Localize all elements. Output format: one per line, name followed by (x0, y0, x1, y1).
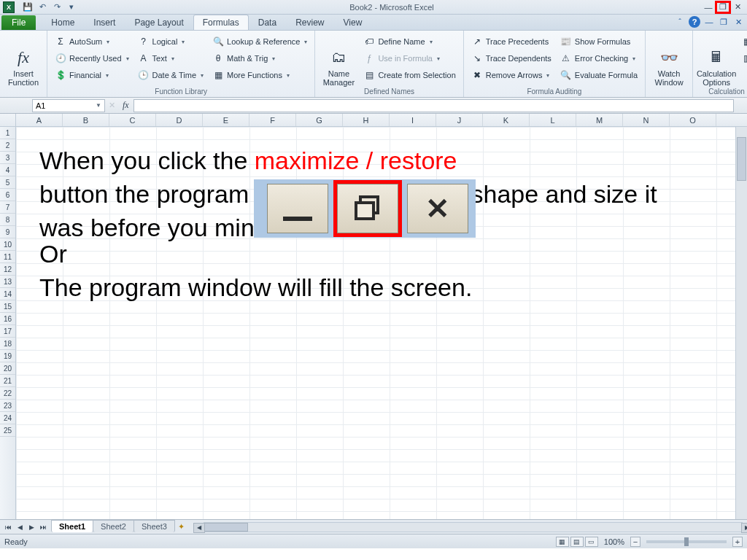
trace-dependents-button[interactable]: ↘Trace Dependents (468, 50, 554, 66)
select-all-corner[interactable] (0, 114, 16, 126)
row-header[interactable]: 1 (0, 127, 15, 139)
col-header[interactable]: F (249, 114, 296, 126)
math-trig-button[interactable]: θMath & Trig (209, 50, 310, 66)
row-header[interactable]: 12 (0, 263, 15, 276)
financial-button[interactable]: 💲Financial (52, 67, 132, 83)
zoom-slider[interactable] (646, 540, 727, 543)
show-formulas-button[interactable]: 📰Show Formulas (557, 34, 640, 50)
row-header[interactable]: 8 (0, 214, 15, 226)
undo-button[interactable]: ↶ (36, 1, 48, 13)
sheet-nav-prev-icon[interactable]: ◀ (15, 524, 25, 531)
autosum-button[interactable]: ΣAutoSum (52, 34, 132, 50)
row-header[interactable]: 3 (0, 152, 15, 164)
row-header[interactable]: 16 (0, 313, 15, 325)
name-box-dropdown-icon[interactable]: ▼ (96, 102, 101, 109)
fx-label-icon[interactable]: fx (118, 100, 133, 111)
save-button[interactable]: 💾 (22, 1, 34, 13)
tab-home[interactable]: Home (42, 15, 84, 30)
row-header[interactable]: 13 (0, 276, 15, 288)
restore-window-button[interactable]: ❐ (716, 2, 729, 12)
row-header[interactable]: 10 (0, 238, 15, 251)
formula-input[interactable] (133, 99, 734, 112)
sheet-tab-1[interactable]: Sheet1 (51, 520, 93, 532)
row-header[interactable]: 7 (0, 201, 15, 214)
watch-window-button[interactable]: 👓 Watch Window (650, 32, 688, 87)
remove-arrows-button[interactable]: ✖Remove Arrows (468, 67, 554, 83)
recently-used-button[interactable]: 🕘Recently Used (52, 50, 132, 66)
file-tab[interactable]: File (1, 15, 36, 30)
col-header[interactable]: L (530, 114, 576, 126)
zoom-in-button[interactable]: + (732, 537, 743, 547)
lookup-reference-button[interactable]: 🔍Lookup & Reference (209, 34, 310, 50)
name-box[interactable]: A1▼ (32, 99, 105, 112)
tab-data[interactable]: Data (249, 15, 286, 30)
col-header[interactable]: E (203, 114, 249, 126)
col-header[interactable]: M (576, 114, 623, 126)
close-window-button[interactable]: ✕ (731, 2, 744, 12)
tab-page-layout[interactable]: Page Layout (125, 15, 193, 30)
row-header[interactable]: 21 (0, 375, 15, 387)
evaluate-formula-button[interactable]: 🔍Evaluate Formula (557, 67, 640, 83)
row-header[interactable]: 4 (0, 164, 15, 176)
minimize-window-button[interactable]: — (702, 2, 715, 12)
workbook-restore-icon[interactable]: ❐ (718, 16, 729, 28)
vertical-scrollbar[interactable] (735, 127, 747, 519)
new-sheet-button[interactable]: ✦ (174, 522, 189, 532)
row-header[interactable]: 15 (0, 300, 15, 313)
create-from-selection-button[interactable]: ▤Create from Selection (360, 67, 458, 83)
workbook-minimize-icon[interactable]: — (703, 16, 715, 28)
row-header[interactable]: 11 (0, 251, 15, 263)
help-icon[interactable]: ? (689, 16, 700, 28)
col-header[interactable]: K (483, 114, 530, 126)
col-header[interactable]: J (436, 114, 483, 126)
tab-view[interactable]: View (334, 15, 372, 30)
trace-precedents-button[interactable]: ↗Trace Precedents (468, 34, 554, 50)
zoom-out-button[interactable]: − (630, 537, 640, 547)
sheet-nav-next-icon[interactable]: ▶ (26, 524, 36, 531)
row-header[interactable]: 17 (0, 325, 15, 338)
minimize-ribbon-icon[interactable]: ˆ (674, 16, 686, 28)
redo-button[interactable]: ↷ (51, 1, 63, 13)
cells-area[interactable]: When you click the maximize / restore bu… (16, 127, 747, 519)
text-button[interactable]: AText (135, 50, 207, 66)
col-header[interactable]: I (390, 114, 436, 126)
view-page-break-button[interactable]: ▭ (585, 537, 598, 547)
insert-function-button[interactable]: fx Insert Function (4, 32, 42, 87)
row-header[interactable]: 5 (0, 176, 15, 189)
name-manager-button[interactable]: 🗂 Name Manager (320, 32, 357, 87)
sheet-nav-first-icon[interactable]: ⏮ (3, 524, 13, 531)
row-header[interactable]: 23 (0, 400, 15, 412)
sheet-tab-2[interactable]: Sheet2 (93, 520, 134, 532)
logical-button[interactable]: ?Logical (135, 34, 207, 50)
sheet-nav-last-icon[interactable]: ⏭ (38, 524, 48, 531)
more-functions-button[interactable]: ▦More Functions (209, 67, 310, 83)
col-header[interactable]: B (63, 114, 109, 126)
sheet-tab-3[interactable]: Sheet3 (133, 520, 175, 532)
workbook-close-icon[interactable]: ✕ (732, 16, 744, 28)
row-header[interactable]: 25 (0, 424, 15, 437)
col-header[interactable]: G (296, 114, 343, 126)
col-header[interactable]: N (623, 114, 670, 126)
tab-review[interactable]: Review (286, 15, 333, 30)
row-header[interactable]: 18 (0, 338, 15, 350)
row-header[interactable]: 14 (0, 288, 15, 300)
tab-insert[interactable]: Insert (84, 15, 125, 30)
tab-formulas[interactable]: Formulas (193, 15, 249, 30)
row-header[interactable]: 6 (0, 189, 15, 201)
calculation-options-button[interactable]: 🖩 Calculation Options (697, 32, 735, 87)
row-header[interactable]: 19 (0, 350, 15, 362)
error-checking-button[interactable]: ⚠Error Checking (557, 50, 640, 66)
row-header[interactable]: 24 (0, 412, 15, 424)
col-header[interactable]: C (109, 114, 156, 126)
horizontal-scrollbar[interactable] (204, 522, 743, 532)
row-header[interactable]: 9 (0, 226, 15, 238)
date-time-button[interactable]: 🕒Date & Time (135, 67, 207, 83)
calc-now-button[interactable]: ▦ (738, 34, 747, 50)
row-header[interactable]: 20 (0, 362, 15, 375)
use-in-formula-button[interactable]: ƒUse in Formula (360, 50, 458, 66)
worksheet-grid[interactable]: A B C D E F G H I J K L M N O 1 2 3 4 5 … (0, 114, 747, 519)
col-header[interactable]: A (16, 114, 63, 126)
calc-sheet-button[interactable]: ▥ (738, 50, 747, 66)
cancel-formula-icon[interactable]: ✕ (105, 101, 118, 110)
qat-customize-icon[interactable]: ▾ (66, 1, 77, 13)
